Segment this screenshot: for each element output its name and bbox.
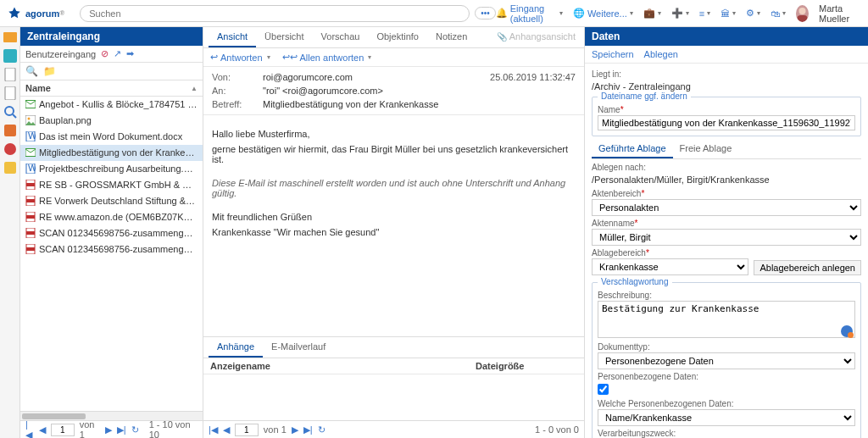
nach-label: Ablegen nach: [592, 163, 861, 172]
side-address-icon[interactable] [3, 124, 17, 137]
pg-first[interactable]: |◀ [25, 419, 34, 439]
besch-textarea[interactable]: Bestätigung zur Krankenkasse [598, 301, 855, 338]
pg-prev[interactable]: ◀ [39, 424, 46, 435]
file-item[interactable]: RE SB - GROSSMARKT GmbH & CO KG (17.09.2… [20, 177, 203, 193]
apg-input[interactable] [235, 424, 259, 436]
sort-icon[interactable]: ▲ [191, 85, 198, 92]
svg-rect-1 [3, 49, 17, 63]
pers-checkbox[interactable] [598, 384, 609, 395]
save-button[interactable]: Speichern [592, 49, 634, 59]
reply-all-button[interactable]: ↩↩ Allen antworten [282, 52, 372, 63]
subtab-0[interactable]: Geführte Ablage [592, 140, 673, 158]
pg-last[interactable]: ▶| [117, 424, 126, 435]
besch-label: Beschreibung: [598, 291, 855, 300]
side-red-icon[interactable] [3, 142, 17, 156]
side-doc-icon[interactable] [3, 68, 17, 81]
more-dropdown[interactable]: 🌐 Weitere... [573, 8, 633, 19]
tab-objektinfo[interactable]: Objektinfo [368, 27, 427, 47]
file-doc-icon: W [25, 131, 36, 141]
file-item[interactable]: RE Vorwerk Deutschland Stiftung & Co.KG … [20, 193, 203, 209]
liegt-label: Liegt in: [592, 69, 861, 79]
pg-input[interactable] [51, 424, 75, 436]
doktyp-select[interactable]: Personenbezogene Daten [598, 352, 855, 369]
art-select[interactable]: Personalakten [592, 199, 861, 216]
file-name: RE SB - GROSSMARKT GmbH & CO KG (17.09.2… [39, 180, 198, 190]
file-item[interactable]: Bauplan.png [20, 113, 203, 129]
hdr-shop-icon[interactable]: 🛍 [771, 8, 786, 19]
file-pdf-icon [25, 228, 36, 238]
file-doc-icon: W [25, 164, 36, 174]
welche-select[interactable]: Name/Krankenkasse [598, 409, 855, 426]
col-name[interactable]: Name [25, 83, 51, 93]
tab-notizen[interactable]: Notizen [427, 27, 476, 47]
subtab-1[interactable]: Freie Ablage [673, 140, 739, 158]
svg-text:W: W [28, 164, 36, 173]
welche-label: Welche Personenbezogenen Daten: [598, 399, 855, 408]
tab-ansicht[interactable]: Ansicht [209, 27, 256, 47]
hdr-building-icon[interactable]: 🏛 [721, 8, 736, 19]
search-small-icon[interactable]: 🔍 [25, 65, 38, 77]
svg-rect-8 [4, 162, 16, 174]
side-folder-icon[interactable] [3, 30, 17, 44]
attach-col-name: Anzeigename [210, 361, 476, 371]
file-item[interactable]: Mitgliedbestätigung von der Krankenkasse… [20, 145, 203, 161]
svg-rect-24 [26, 231, 35, 235]
apg-next[interactable]: ▶ [292, 424, 298, 435]
apg-prev[interactable]: ◀ [223, 424, 230, 435]
pg-next[interactable]: ▶ [105, 424, 112, 435]
inbox-dropdown[interactable]: 🔔 Eingang (aktuell) [496, 3, 563, 24]
attach-tab-0[interactable]: Anhänge [209, 337, 263, 358]
file-item[interactable]: WProjektbeschreibung Ausarbeitung.docx [20, 161, 203, 177]
apg-range: 1 - 0 von 0 [535, 424, 579, 435]
hdr-gear-icon[interactable]: ⚙ [746, 8, 760, 19]
to-value: "roi" <roi@agorumcore.com> [263, 86, 383, 96]
file-item[interactable]: WDas ist mein Word Dokument.docx [20, 129, 203, 145]
avatar[interactable] [796, 5, 809, 22]
side-search-icon[interactable] [3, 105, 17, 119]
apg-refresh[interactable]: ↻ [318, 424, 326, 435]
folder-small-icon[interactable]: 📁 [43, 65, 56, 77]
file-mail-icon [25, 147, 36, 158]
svg-point-4 [5, 107, 14, 115]
h-scrollbar[interactable] [20, 411, 203, 420]
search-input[interactable] [80, 5, 470, 22]
doktyp-label: Dokumenttyp: [598, 342, 855, 352]
side-cyan-icon[interactable] [3, 49, 17, 63]
svg-text:W: W [28, 131, 36, 141]
attach-tab-1[interactable]: E-Mailverlauf [263, 337, 334, 358]
tab-vorschau[interactable]: Vorschau [313, 27, 369, 47]
user-name: Marta Mueller [819, 3, 861, 24]
svg-rect-3 [5, 86, 15, 100]
hdr-briefcase-icon[interactable]: 💼 [643, 8, 661, 19]
file-item[interactable]: Angebot - Kullis & Blöcke_1784751 (1).em… [20, 97, 203, 113]
apg-last[interactable]: ▶| [303, 424, 313, 435]
stop-icon[interactable]: ⊘ [101, 48, 108, 59]
logo: agorum® [7, 6, 64, 21]
hdr-list-icon[interactable]: ≡ [699, 8, 710, 19]
name-label: Name [598, 105, 855, 114]
bereich-select[interactable]: Krankenkasse [592, 258, 748, 275]
svg-rect-6 [4, 125, 16, 136]
search-help-button[interactable]: ••• [475, 7, 496, 19]
apg-first[interactable]: |◀ [209, 424, 218, 435]
from-label: Von: [212, 72, 254, 82]
apg-of: von 1 [264, 424, 287, 435]
aktenname-select[interactable]: Müller, Birgit [592, 229, 861, 246]
share-icon[interactable]: ↗ [114, 48, 121, 59]
tab-attach-view: Anhangsansicht [488, 27, 584, 47]
side-fx-icon[interactable] [3, 161, 17, 175]
attach-list [203, 374, 584, 420]
reply-button[interactable]: ↩ Antworten [210, 52, 270, 63]
bereich-create-button[interactable]: Ablagebereich anlegen [754, 260, 861, 275]
fwd-icon[interactable]: ➡ [126, 48, 134, 59]
pg-refresh[interactable]: ↻ [131, 424, 139, 435]
tab-übersicht[interactable]: Übersicht [256, 27, 312, 47]
hdr-plus-icon[interactable]: ➕ [671, 8, 689, 19]
file-item[interactable]: SCAN 012345698756-zusammengefügt.pdf [20, 241, 203, 258]
file-item[interactable]: RE www.amazon.de (OEM6BZ07KB4QFSM27MW4).… [20, 209, 203, 225]
side-paper-icon[interactable] [3, 86, 17, 100]
name-input[interactable] [598, 115, 855, 130]
nach-value: /Personalakten/Müller, Birgit/Krankenkas… [592, 173, 861, 186]
store-button[interactable]: Ablegen [644, 49, 678, 59]
file-item[interactable]: SCAN 012345698756-zusammengefügt-2.pdf [20, 225, 203, 241]
